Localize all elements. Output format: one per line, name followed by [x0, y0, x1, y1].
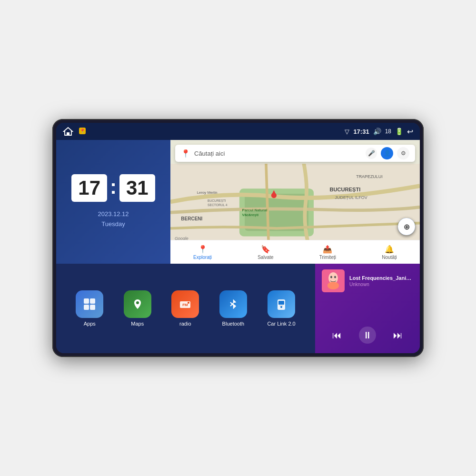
svg-point-27: [188, 302, 189, 304]
app-item-radio[interactable]: FM radio: [171, 290, 199, 327]
svg-rect-21: [90, 298, 95, 304]
status-left-icons: 📍: [63, 127, 87, 136]
music-play-pause-button[interactable]: ⏸: [359, 327, 376, 344]
carlink-label: Car Link 2.0: [267, 321, 295, 327]
svg-text:📍: 📍: [79, 128, 86, 134]
app-item-apps[interactable]: Apps: [76, 290, 103, 327]
svg-rect-1: [67, 132, 69, 135]
svg-point-24: [136, 301, 139, 304]
map-voice-button[interactable]: 🎤: [366, 148, 377, 159]
news-icon: 🔔: [385, 245, 394, 254]
back-button[interactable]: ↩: [407, 127, 413, 136]
map-nav-news[interactable]: 🔔 Noutăți: [382, 245, 397, 260]
clock-display: 17 : 31: [71, 174, 155, 202]
apps-label: Apps: [84, 321, 96, 327]
signal-icon: ▽: [345, 128, 349, 135]
svg-text:BUCUREȘTI: BUCUREȘTI: [208, 199, 226, 203]
radio-label: radio: [179, 321, 191, 327]
map-settings-button[interactable]: ⚙: [397, 147, 409, 159]
home-icon[interactable]: [63, 127, 73, 136]
bottom-section: Apps Maps: [56, 264, 420, 353]
map-nav-share[interactable]: 📤 Trimiteți: [319, 245, 336, 260]
volume-icon: 🔊: [373, 128, 381, 135]
svg-point-36: [327, 282, 339, 289]
svg-rect-23: [90, 305, 95, 310]
svg-text:BERCENI: BERCENI: [181, 216, 202, 221]
music-album-art: [322, 269, 345, 292]
share-icon: 📤: [323, 245, 332, 254]
svg-text:JUDEȚUL ILFOV: JUDEȚUL ILFOV: [335, 195, 367, 200]
map-logo-pin-icon: 📍: [181, 149, 190, 158]
map-search-placeholder[interactable]: Căutați aici: [194, 150, 362, 157]
maps-icon: [124, 290, 151, 318]
status-bar: 📍 ▽ 17:31 🔊 18 🔋 ↩: [56, 123, 420, 140]
svg-text:SECTORUL 4: SECTORUL 4: [208, 203, 228, 207]
map-locate-button[interactable]: ⊕: [398, 218, 415, 235]
app-item-bluetooth[interactable]: Bluetooth: [219, 290, 247, 327]
svg-text:Parcul Natural: Parcul Natural: [242, 208, 268, 212]
music-title: Lost Frequencies_Janieck Devy-...: [349, 275, 413, 281]
svg-text:Văcărești: Văcărești: [242, 213, 259, 217]
svg-text:Google: Google: [175, 236, 188, 240]
svg-text:FM: FM: [183, 303, 188, 307]
saved-icon: 🔖: [261, 245, 270, 254]
battery-level: 18: [385, 128, 391, 135]
explore-label: Explorați: [193, 255, 212, 260]
battery-icon: 🔋: [395, 128, 403, 135]
svg-text:BUCUREȘTI: BUCUREȘTI: [329, 187, 360, 192]
news-label: Noutăți: [382, 255, 397, 260]
radio-icon: FM: [171, 290, 199, 318]
music-player: Lost Frequencies_Janieck Devy-... Unknow…: [315, 264, 420, 353]
music-text-info: Lost Frequencies_Janieck Devy-... Unknow…: [349, 275, 413, 287]
music-info: Lost Frequencies_Janieck Devy-... Unknow…: [322, 269, 413, 292]
music-next-button[interactable]: ⏭: [389, 327, 407, 344]
map-user-button[interactable]: 👤: [381, 147, 393, 159]
explore-icon: 📍: [198, 245, 208, 254]
time-display: 17:31: [353, 128, 369, 135]
app-item-carlink[interactable]: Car Link 2.0: [267, 290, 295, 327]
svg-rect-22: [84, 305, 89, 310]
device-screen: 📍 ▽ 17:31 🔊 18 🔋 ↩ 17 :: [56, 123, 420, 353]
clock-minutes: 31: [119, 174, 155, 202]
svg-rect-20: [84, 298, 89, 304]
clock-colon: :: [110, 176, 117, 198]
map-widget[interactable]: 📍 Căutați aici 🎤 👤 ⚙: [170, 140, 420, 264]
map-nav-saved[interactable]: 🔖 Salvate: [258, 245, 273, 260]
top-section: 17 : 31 2023.12.12 Tuesday 📍 Căutați aic…: [56, 140, 420, 264]
maps-label: Maps: [131, 321, 144, 327]
map-search-bar[interactable]: 📍 Căutați aici 🎤 👤 ⚙: [175, 145, 415, 162]
car-display-device: 📍 ▽ 17:31 🔊 18 🔋 ↩ 17 :: [52, 119, 424, 357]
maps-shortcut-icon[interactable]: 📍: [78, 127, 87, 136]
svg-point-35: [334, 276, 336, 278]
svg-text:Leroy Merlin: Leroy Merlin: [197, 190, 218, 195]
saved-label: Salvate: [258, 255, 273, 260]
app-item-maps[interactable]: Maps: [124, 290, 151, 327]
map-illustration: BUCUREȘTI JUDEȚUL ILFOV TRAPEZULUI BERCE…: [170, 164, 420, 240]
clock-date: 2023.12.12 Tuesday: [98, 209, 129, 229]
carlink-icon: [268, 290, 295, 318]
svg-point-34: [330, 276, 332, 278]
svg-rect-31: [279, 306, 283, 306]
music-controls: ⏮ ⏸ ⏭: [322, 323, 413, 347]
status-right-icons: ▽ 17:31 🔊 18 🔋 ↩: [345, 127, 413, 136]
music-artist: Unknown: [349, 282, 413, 287]
svg-point-30: [280, 306, 282, 308]
map-nav-explore[interactable]: 📍 Explorați: [193, 245, 212, 260]
apps-icon: [76, 290, 103, 318]
app-grid: Apps Maps: [56, 264, 315, 353]
music-prev-button[interactable]: ⏮: [328, 327, 346, 344]
bluetooth-icon: [219, 290, 247, 318]
share-label: Trimiteți: [319, 255, 336, 260]
svg-text:TRAPEZULUI: TRAPEZULUI: [356, 174, 382, 179]
svg-rect-29: [278, 301, 284, 305]
main-content: 17 : 31 2023.12.12 Tuesday 📍 Căutați aic…: [56, 140, 420, 353]
bluetooth-label: Bluetooth: [222, 321, 244, 327]
clock-hours: 17: [71, 174, 107, 202]
clock-widget: 17 : 31 2023.12.12 Tuesday: [56, 140, 170, 264]
map-bottom-bar: 📍 Explorați 🔖 Salvate 📤 Trimiteți �: [170, 240, 420, 264]
